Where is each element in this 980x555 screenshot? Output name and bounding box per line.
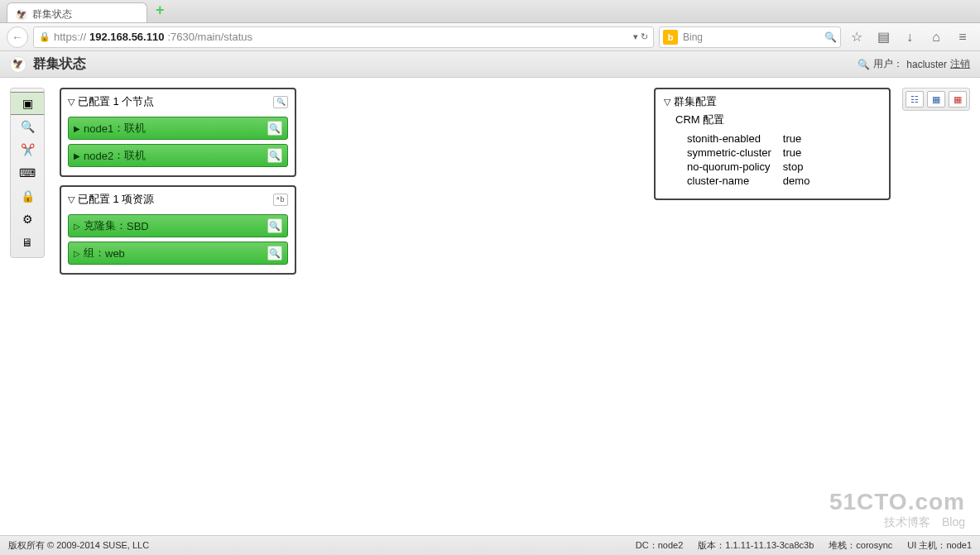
node-name: node2 — [84, 150, 113, 162]
config-panel-title: 群集配置 — [674, 94, 717, 109]
footer-dc: DC：node2 — [636, 539, 683, 552]
table-row: symmetric-clustertrue — [687, 146, 809, 159]
search-placeholder: Bing — [683, 31, 819, 43]
new-tab-button[interactable]: + — [156, 2, 165, 19]
user-area: 🔍 用户： hacluster 注销 — [858, 57, 970, 71]
sidebar-item-settings[interactable]: ⚙ — [11, 208, 44, 231]
chevron-down-icon: ▽ — [68, 194, 74, 205]
left-panels: ▽ 已配置 1 个节点 🔍 ▶ node1： 联机 🔍 ▶ node2： 联机 … — [60, 88, 296, 275]
config-value: stop — [783, 160, 810, 173]
view-list-icon[interactable]: ☷ — [906, 91, 924, 108]
play-icon: ▶ — [74, 151, 80, 160]
url-host: 192.168.56.110 — [89, 31, 164, 43]
sidebar-item-tools[interactable]: ✂️ — [11, 138, 44, 161]
resources-panel-title: 已配置 1 项资源 — [78, 192, 154, 207]
node-name: node1 — [84, 122, 113, 135]
crm-config-table: stonith-enabledtrue symmetric-clustertru… — [664, 131, 811, 189]
sidebar-item-search[interactable]: 🔍 — [11, 115, 44, 138]
search-bar[interactable]: b Bing 🔍 — [659, 26, 841, 48]
chevron-down-icon: ▽ — [664, 97, 670, 108]
user-label: 用户： — [873, 57, 903, 71]
node-row[interactable]: ▶ node2： 联机 🔍 — [68, 144, 288, 167]
reload-dropdown[interactable]: ▾ ↻ — [633, 31, 648, 42]
browser-tab-strip: 🦅 群集状态 + — [0, 0, 980, 23]
config-key: stonith-enabled — [687, 132, 781, 145]
resource-name: SBD — [127, 220, 149, 232]
logout-link[interactable]: 注销 — [950, 57, 970, 71]
bookmark-star-icon[interactable]: ☆ — [846, 26, 867, 48]
nodes-panel-detail-icon[interactable]: 🔍 — [273, 96, 288, 108]
resource-row[interactable]: ▷ 组： web 🔍 — [68, 242, 288, 265]
detail-icon[interactable]: 🔍 — [267, 121, 282, 136]
config-panel-header[interactable]: ▽ 群集配置 — [664, 94, 881, 111]
downloads-icon[interactable]: ↓ — [899, 26, 920, 48]
resource-row[interactable]: ▷ 克隆集： SBD 🔍 — [68, 214, 288, 237]
view-grid-icon[interactable]: ▦ — [927, 91, 945, 108]
app-body: ▣ 🔍 ✂️ ⌨ 🔒 ⚙ 🖥 ▽ 已配置 1 个节点 🔍 ▶ node1： 联机… — [0, 78, 980, 535]
config-key: cluster-name — [687, 175, 781, 187]
footer-version: 版本：1.1.11-11.13-3ca8c3b — [698, 539, 814, 552]
config-value: true — [783, 146, 810, 159]
resources-panel-header[interactable]: ▽ 已配置 1 项资源 ᵃb — [68, 192, 288, 210]
footer-stack: 堆栈：corosync — [829, 539, 892, 552]
sidebar-item-status[interactable]: ▣ — [11, 92, 44, 115]
detail-icon[interactable]: 🔍 — [267, 148, 282, 163]
config-value: demo — [783, 175, 810, 187]
config-panel: ▽ 群集配置 CRM 配置 stonith-enabledtrue symmet… — [654, 88, 891, 200]
url-bar[interactable]: 🔒 https://192.168.56.110:7630/main/statu… — [33, 26, 654, 48]
resources-panel: ▽ 已配置 1 项资源 ᵃb ▷ 克隆集： SBD 🔍 ▷ 组： web 🔍 — [60, 185, 296, 275]
app-header: 🦅 群集状态 🔍 用户： hacluster 注销 — [0, 51, 980, 78]
table-row: no-quorum-policystop — [687, 160, 809, 173]
user-name: hacluster — [906, 59, 947, 70]
search-icon[interactable]: 🔍 — [824, 31, 837, 43]
view-mixed-icon[interactable]: ▦ — [949, 91, 967, 108]
sidebar-item-monitor[interactable]: 🖥 — [11, 231, 44, 254]
url-path: :7630/main/status — [167, 31, 252, 43]
browser-tab[interactable]: 🦅 群集状态 — [7, 2, 147, 22]
sidebar: ▣ 🔍 ✂️ ⌨ 🔒 ⚙ 🖥 — [10, 88, 45, 258]
bing-icon: b — [663, 30, 678, 45]
tab-title: 群集状态 — [32, 7, 72, 22]
chevron-down-icon: ▽ — [68, 97, 74, 108]
browser-toolbar: ← 🔒 https://192.168.56.110:7630/main/sta… — [0, 23, 980, 51]
node-status: 联机 — [124, 148, 146, 163]
node-row[interactable]: ▶ node1： 联机 🔍 — [68, 117, 288, 140]
page-title: 群集状态 — [33, 55, 86, 73]
table-row: cluster-namedemo — [687, 175, 809, 187]
footer: 版权所有 © 2009-2014 SUSE, LLC DC：node2 版本：1… — [0, 535, 980, 555]
back-button[interactable]: ← — [7, 26, 28, 48]
lock-icon: 🔒 — [39, 31, 50, 42]
copyright: 版权所有 © 2009-2014 SUSE, LLC — [8, 539, 149, 552]
user-search-icon[interactable]: 🔍 — [858, 59, 870, 70]
nodes-panel-header[interactable]: ▽ 已配置 1 个节点 🔍 — [68, 94, 288, 112]
sidebar-item-keyboard[interactable]: ⌨ — [11, 161, 44, 184]
table-row: stonith-enabledtrue — [687, 132, 809, 145]
sidebar-item-lock[interactable]: 🔒 — [11, 184, 44, 208]
app-logo-icon: 🦅 — [10, 56, 26, 73]
view-toggle-group: ☷ ▦ ▦ — [902, 88, 970, 111]
nodes-panel-title: 已配置 1 个节点 — [78, 94, 154, 109]
nodes-panel: ▽ 已配置 1 个节点 🔍 ▶ node1： 联机 🔍 ▶ node2： 联机 … — [60, 88, 296, 177]
footer-host: UI 主机：node1 — [907, 539, 972, 552]
resource-kind: 组 — [84, 246, 94, 261]
library-icon[interactable]: ▤ — [872, 26, 894, 48]
menu-icon[interactable]: ≡ — [952, 26, 973, 48]
config-value: true — [783, 132, 810, 145]
play-icon: ▶ — [74, 124, 80, 133]
config-key: no-quorum-policy — [687, 160, 781, 173]
url-scheme: https:// — [54, 31, 86, 43]
node-status: 联机 — [124, 121, 146, 136]
resource-kind: 克隆集 — [84, 218, 116, 233]
resources-panel-sort-icon[interactable]: ᵃb — [273, 194, 288, 206]
play-icon: ▷ — [74, 249, 80, 258]
detail-icon[interactable]: 🔍 — [267, 218, 282, 233]
detail-icon[interactable]: 🔍 — [267, 246, 282, 261]
tab-favicon: 🦅 — [16, 9, 27, 21]
right-column: ▽ 群集配置 CRM 配置 stonith-enabledtrue symmet… — [654, 88, 970, 200]
config-key: symmetric-cluster — [687, 146, 781, 159]
resource-name: web — [105, 247, 125, 260]
home-icon[interactable]: ⌂ — [925, 26, 947, 48]
play-icon: ▷ — [74, 222, 80, 231]
crm-config-label: CRM 配置 — [664, 111, 881, 131]
